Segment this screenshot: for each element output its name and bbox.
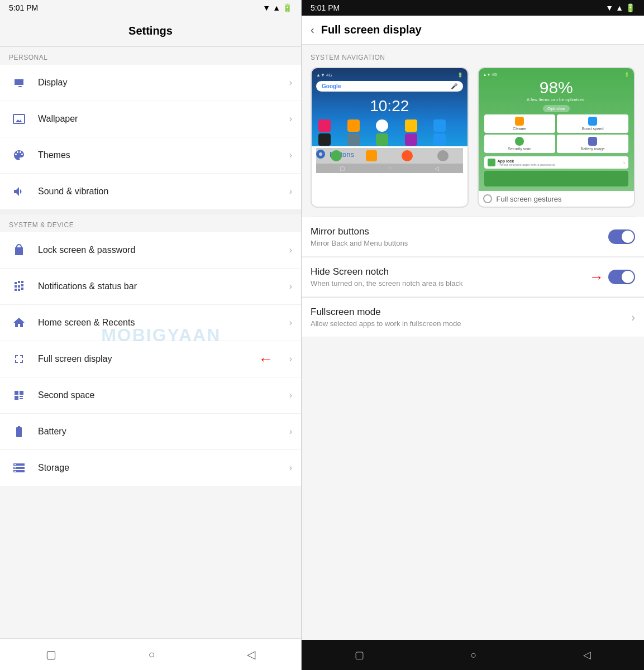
hide-notch-sub: When turned on, the screen notch area is… — [311, 279, 462, 288]
applock-title: App lock — [498, 159, 556, 163]
battery-usage-label: Battery usage — [581, 147, 605, 151]
app-icon-3 — [376, 119, 388, 132]
right-signal-icon: ▲ — [616, 3, 623, 12]
display-label: Display — [38, 78, 289, 88]
display-chevron: › — [289, 78, 292, 88]
mirror-buttons-title: Mirror buttons — [311, 226, 408, 237]
fullscreen-mode-chevron: › — [631, 311, 635, 324]
mic-icon: 🎤 — [451, 83, 457, 89]
sidebar-item-wallpaper[interactable]: Wallpaper › — [0, 101, 301, 137]
phone-battery-small: 🔋 — [457, 73, 463, 78]
dock-icon-2 — [366, 150, 377, 161]
sidebar-item-sound[interactable]: Sound & vibration › — [0, 174, 301, 210]
storage-label: Storage — [38, 463, 289, 473]
radio-option-gestures[interactable]: Full screen gestures — [479, 191, 635, 207]
nav-sq: ▢ — [340, 165, 345, 171]
secondspace-icon — [9, 385, 29, 405]
lockscreen-chevron: › — [289, 245, 292, 255]
sidebar-item-fullscreen[interactable]: Full screen display › ← — [0, 341, 301, 377]
nav-back-btn[interactable]: ◁ — [236, 645, 266, 663]
applock-sub: Protect selected apps with a password. — [498, 163, 556, 166]
battery-icon: 🔋 — [283, 3, 292, 12]
security-icon — [515, 137, 524, 146]
sidebar-item-display[interactable]: Display › — [0, 65, 301, 101]
right-panel: 5:01 PM ▼ ▲ 🔋 ‹ Full screen display SYST… — [302, 0, 644, 670]
right-content: SYSTEM NAVIGATION ▲▼ 4G 🔋 Google 🎤 — [302, 45, 644, 640]
phone-nav-buttons: ▢ ○ ◁ — [316, 164, 463, 173]
app-icon-9 — [405, 133, 417, 146]
wifi-icon: ▼ — [263, 3, 270, 12]
boost-icon — [588, 117, 597, 126]
dock-icon-1 — [331, 150, 342, 161]
sys-nav-label: SYSTEM NAVIGATION — [302, 45, 644, 67]
homescreen-chevron: › — [289, 318, 292, 328]
notifications-icon — [9, 276, 29, 296]
app-icon-5 — [433, 119, 446, 132]
sidebar-item-battery[interactable]: Battery › — [0, 414, 301, 450]
mirror-buttons-toggle[interactable] — [608, 229, 635, 244]
fullscreen-mode-row[interactable]: Fullscreen mode Allow selected apps to w… — [302, 298, 644, 337]
hide-notch-text: Hide Screen notch When turned on, the sc… — [311, 266, 462, 288]
section-divider — [0, 210, 301, 214]
fullscreen-mode-text: Fullscreen mode Allow selected apps to w… — [311, 307, 461, 328]
right-phone-app-grid: Cleaner Boost speed Security scan — [482, 112, 631, 155]
phone-top-bar: ▲▼ 4G 🔋 — [316, 73, 463, 78]
right-header-title: Full screen display — [321, 23, 422, 36]
lockscreen-label: Lock screen & password — [38, 245, 289, 255]
red-arrow-right: → — [589, 269, 604, 286]
left-header-title: Settings — [128, 25, 173, 37]
themes-chevron: › — [289, 150, 292, 160]
phone-preview-gestures: ▲▼ 4G 🔋 98% A few items can be optimised… — [478, 67, 636, 208]
phone-carrier: ▲▼ 4G — [316, 73, 332, 78]
secondspace-label: Second space — [38, 390, 289, 400]
notifications-label: Notifications & status bar — [38, 281, 289, 291]
red-arrow-left: ← — [259, 351, 273, 368]
fullscreen-mode-title: Fullscreen mode — [311, 307, 461, 318]
google-search-bar: Google 🎤 — [316, 81, 463, 92]
right-phone-carrier: ▲▼ 4G — [483, 73, 497, 77]
hide-notch-title: Hide Screen notch — [311, 266, 462, 277]
nav-ci: ○ — [388, 165, 391, 171]
wallpaper-icon — [9, 109, 29, 129]
left-panel: 5:01 PM ▼ ▲ 🔋 Settings PERSONAL Display … — [0, 0, 302, 670]
nav-square-btn[interactable]: ▢ — [35, 645, 68, 663]
right-phone-top: ▲▼ 4G 🔋 — [482, 71, 631, 78]
right-nav-back[interactable]: ◁ — [572, 647, 602, 663]
homescreen-label: Home screen & Recents — [38, 318, 289, 328]
sidebar-item-homescreen[interactable]: Home screen & Recents › — [0, 305, 301, 341]
back-button[interactable]: ‹ — [311, 23, 314, 36]
display-icon — [9, 73, 29, 93]
notifications-chevron: › — [289, 281, 292, 291]
right-nav-circle[interactable]: ○ — [460, 647, 488, 663]
themes-icon — [9, 145, 29, 165]
sound-label: Sound & vibration — [38, 186, 289, 197]
cleaner-label: Cleaner — [513, 127, 527, 131]
nav-circle-btn[interactable]: ○ — [137, 646, 166, 663]
dock-icon-3 — [402, 150, 413, 161]
hide-notch-row: Hide Screen notch When turned on, the sc… — [302, 257, 644, 297]
mirror-buttons-row: Mirror buttons Mirror Back and Menu butt… — [302, 217, 644, 257]
battery-usage-icon — [588, 137, 597, 146]
app-icons-grid — [316, 117, 463, 148]
right-wifi-icon: ▼ — [605, 3, 613, 12]
storage-icon — [9, 458, 29, 478]
battery-percent: 98% — [482, 78, 631, 97]
sidebar-item-themes[interactable]: Themes › — [0, 137, 301, 174]
hide-notch-header: Hide Screen notch When turned on, the sc… — [311, 266, 635, 288]
sidebar-item-storage[interactable]: Storage › — [0, 450, 301, 486]
phone-time: 10:22 — [316, 97, 463, 115]
hide-notch-toggle[interactable] — [608, 270, 635, 284]
right-nav-square[interactable]: ▢ — [344, 647, 375, 663]
right-status-icons: ▼ ▲ 🔋 — [605, 3, 635, 12]
right-status-bar: 5:01 PM ▼ ▲ 🔋 — [302, 0, 644, 16]
fullscreen-mode-header: Fullscreen mode Allow selected apps to w… — [311, 307, 635, 328]
left-status-bar: 5:01 PM ▼ ▲ 🔋 — [0, 0, 301, 16]
section-personal-label: PERSONAL — [0, 47, 301, 65]
fullscreen-mode-sub: Allow selected apps to work in fullscree… — [311, 319, 461, 328]
phone-previews: ▲▼ 4G 🔋 Google 🎤 10:22 — [302, 67, 644, 217]
fullscreen-label: Full screen display — [38, 354, 289, 364]
sidebar-item-notifications[interactable]: Notifications & status bar › — [0, 269, 301, 305]
sidebar-item-secondspace[interactable]: Second space › — [0, 377, 301, 414]
sidebar-item-lockscreen[interactable]: Lock screen & password › — [0, 232, 301, 269]
home-icon — [9, 313, 29, 333]
